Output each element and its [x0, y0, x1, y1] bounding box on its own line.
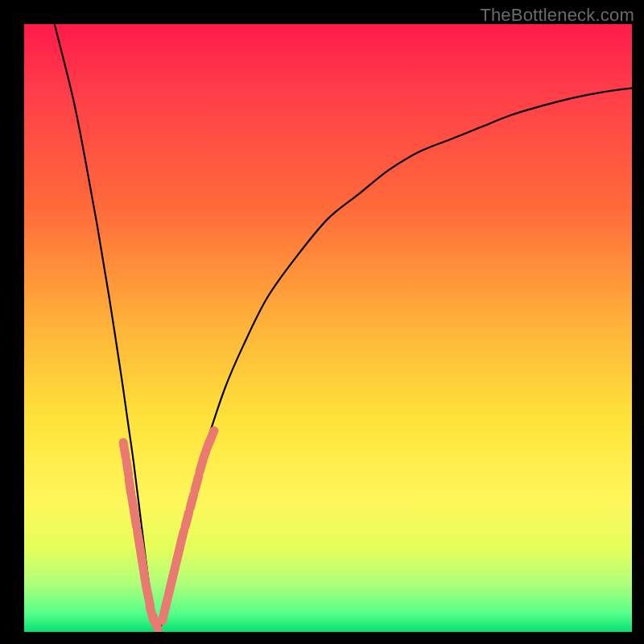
chart-frame: TheBottleneck.com: [0, 0, 644, 644]
marker-point: [190, 494, 194, 508]
plot-svg: [24, 24, 632, 632]
marker-point: [134, 512, 137, 526]
marker-point: [153, 616, 159, 630]
marker-point: [185, 513, 189, 526]
markers-left-branch: [123, 443, 158, 630]
marker-point: [129, 479, 131, 493]
marker-point: [195, 476, 199, 489]
watermark-text: TheBottleneck.com: [480, 5, 634, 26]
plot-area: [24, 24, 632, 632]
marker-point: [123, 443, 126, 457]
marker-point: [126, 460, 129, 475]
markers-right-branch: [163, 431, 214, 621]
marker-point: [208, 431, 214, 444]
marker-point: [180, 530, 184, 544]
